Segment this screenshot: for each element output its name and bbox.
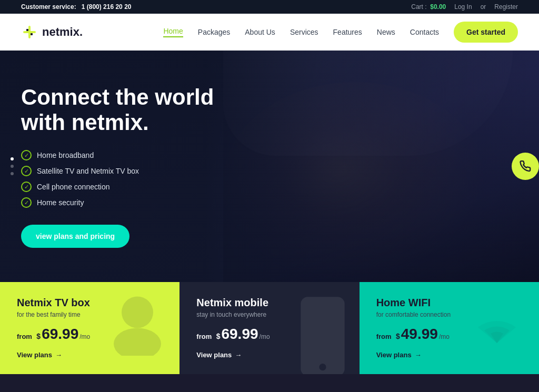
svg-rect-2 — [26, 29, 28, 31]
cart-amount[interactable]: $0.00 — [430, 3, 446, 11]
pricing-mobile-dollar: $ — [216, 332, 221, 340]
view-plans-button[interactable]: view plans and pricing — [21, 225, 129, 248]
slider-dots — [11, 157, 14, 175]
logo-text: netmix. — [42, 25, 83, 39]
svg-rect-3 — [31, 33, 33, 35]
hero-headline-line2: with netmix. — [21, 110, 149, 135]
nav-services[interactable]: Services — [290, 28, 318, 36]
arrow-right-icon-3: → — [415, 351, 422, 359]
mobile-card-bg-illustration — [296, 293, 349, 361]
nav-packages[interactable]: Packages — [198, 28, 230, 36]
pricing-mobile-amount: 69.99 — [221, 326, 258, 343]
feature-text-3: Cell phone connection — [37, 183, 110, 191]
pricing-tv-from: from — [17, 333, 32, 340]
register-link[interactable]: Register — [494, 3, 518, 11]
pricing-tv-mo: /mo — [79, 333, 90, 340]
nav-contacts[interactable]: Contacts — [410, 28, 439, 36]
logo[interactable]: netmix. — [21, 24, 83, 41]
slide-dot-3[interactable] — [11, 172, 14, 175]
hero-headline: Connect the world with netmix. — [21, 85, 214, 136]
top-bar: Customer service: 1 (800) 216 20 20 Cart… — [0, 0, 539, 14]
pricing-card-tv: Netmix TV box for the best family time f… — [0, 282, 179, 374]
pricing-mobile-link-text: View plans — [196, 351, 232, 359]
top-bar-right: Cart : $0.00 Log In or Register — [411, 3, 518, 11]
pricing-tv-dollar: $ — [36, 332, 41, 340]
check-icon-3: ✓ — [21, 182, 32, 192]
slide-dot-2[interactable] — [11, 165, 14, 168]
pricing-card-wifi: Home WIFI for comfortable connection fro… — [360, 282, 539, 374]
check-icon-1: ✓ — [21, 150, 32, 160]
hero-features-list: ✓ Home broadband ✓ Satellite TV and Netm… — [21, 150, 214, 208]
pricing-tv-link-text: View plans — [17, 351, 52, 359]
pricing-wifi-from: from — [376, 333, 392, 340]
pricing-mobile-from: from — [196, 333, 212, 340]
svg-rect-6 — [301, 297, 344, 374]
feature-item-4: ✓ Home security — [21, 197, 214, 208]
feature-item-1: ✓ Home broadband — [21, 150, 214, 160]
pricing-mobile-mo: /mo — [259, 333, 270, 340]
hero-headline-line1: Connect the world — [21, 85, 214, 109]
feature-text-2: Satellite TV and Netmix TV box — [37, 167, 139, 175]
main-nav: Home Packages About Us Services Features… — [163, 22, 518, 43]
nav-features[interactable]: Features — [333, 28, 362, 36]
slide-dot-1[interactable] — [11, 157, 14, 160]
svg-point-7 — [319, 364, 326, 370]
arrow-right-icon-2: → — [235, 351, 242, 359]
pricing-tv-amount: 69.99 — [42, 326, 78, 343]
pricing-wifi-mo: /mo — [439, 333, 450, 340]
tv-card-bg-illustration — [106, 293, 169, 361]
check-icon-2: ✓ — [21, 166, 32, 176]
pricing-card-mobile: Netmix mobile stay in touch everywhere f… — [179, 282, 359, 374]
customer-service: Customer service: 1 (800) 216 20 20 — [21, 3, 131, 11]
customer-service-phone: 1 (800) 216 20 20 — [82, 3, 132, 11]
feature-text-4: Home security — [37, 198, 84, 207]
phone-button[interactable] — [512, 153, 539, 180]
pricing-wifi-dollar: $ — [396, 332, 400, 340]
nav-about[interactable]: About Us — [245, 28, 275, 36]
cart-label: Cart : $0.00 — [411, 3, 446, 11]
svg-point-4 — [122, 297, 153, 328]
svg-point-5 — [114, 328, 161, 356]
hero-section: Connect the world with netmix. ✓ Home br… — [0, 51, 539, 282]
svg-rect-1 — [23, 31, 36, 33]
customer-service-label: Customer service: — [21, 3, 76, 11]
check-icon-4: ✓ — [21, 197, 32, 208]
or-separator: or — [481, 3, 486, 11]
nav-home[interactable]: Home — [163, 27, 183, 37]
header: netmix. Home Packages About Us Services … — [0, 14, 539, 51]
get-started-button[interactable]: Get started — [454, 22, 518, 43]
login-link[interactable]: Log In — [454, 3, 472, 11]
pricing-section: Netmix TV box for the best family time f… — [0, 282, 539, 374]
hero-content: Connect the world with netmix. ✓ Home br… — [0, 85, 235, 248]
arrow-right-icon: → — [55, 351, 62, 359]
pricing-wifi-link-text: View plans — [376, 351, 412, 359]
logo-icon — [21, 24, 38, 41]
feature-text-1: Home broadband — [37, 151, 94, 159]
feature-item-3: ✓ Cell phone connection — [21, 182, 214, 192]
phone-icon — [520, 160, 531, 172]
wifi-card-bg-illustration — [465, 293, 528, 356]
feature-item-2: ✓ Satellite TV and Netmix TV box — [21, 166, 214, 176]
pricing-wifi-amount: 49.99 — [401, 326, 438, 343]
nav-news[interactable]: News — [377, 28, 395, 36]
